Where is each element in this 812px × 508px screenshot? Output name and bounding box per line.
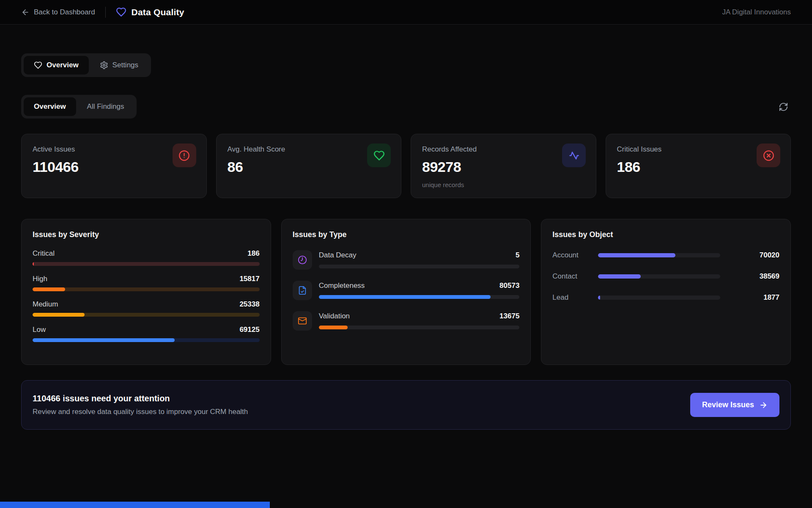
progress-track (598, 253, 720, 257)
main-content: Overview Settings Overview All Findings (0, 53, 812, 430)
tab-all-findings[interactable]: All Findings (77, 97, 134, 116)
tab-label: Settings (112, 61, 138, 69)
severity-row-low: Low 69125 (33, 326, 260, 342)
row-value: 1877 (739, 293, 779, 302)
review-issues-button[interactable]: Review Issues (690, 393, 779, 417)
back-to-dashboard-button[interactable]: Back to Dashboard (21, 8, 95, 17)
panel-title: Issues by Object (552, 230, 779, 239)
arrow-right-icon (759, 401, 768, 409)
progress-track (319, 295, 520, 299)
activity-icon (562, 144, 586, 167)
panel-issues-by-severity: Issues by Severity Critical 186 High 158… (21, 219, 271, 365)
row-value: 5 (516, 251, 519, 260)
panel-issues-by-type: Issues by Type Data Decay 5 (281, 219, 531, 365)
type-row-completeness: Completeness 80573 (293, 281, 520, 300)
banner-text: 110466 issues need your attention Review… (33, 394, 248, 416)
row-label: Contact (552, 272, 598, 281)
stat-card-health-score: Avg. Health Score 86 (216, 134, 402, 198)
tab-settings[interactable]: Settings (90, 56, 148, 75)
refresh-icon (779, 102, 788, 112)
bottom-screen-strip (0, 502, 270, 508)
page-title-wrap: Data Quality (116, 7, 184, 17)
progress-fill (598, 253, 675, 257)
progress-track (33, 287, 260, 291)
file-check-icon (293, 281, 312, 300)
row-label: Completeness (319, 282, 365, 290)
row-value: 38569 (739, 272, 779, 281)
divider (105, 7, 106, 18)
progress-track (319, 265, 520, 268)
progress-track (33, 313, 260, 317)
row-value: 69125 (239, 326, 259, 334)
progress-track (598, 295, 720, 300)
stat-label: Active Issues (33, 145, 195, 154)
panel-title: Issues by Type (293, 230, 520, 239)
severity-row-high: High 15817 (33, 275, 260, 291)
type-row-data-decay: Data Decay 5 (293, 250, 520, 270)
progress-track (33, 262, 260, 266)
stat-label: Avg. Health Score (228, 145, 390, 154)
tab-label: Overview (34, 102, 66, 111)
gear-icon (100, 61, 108, 69)
row-value: 13675 (499, 312, 519, 320)
row-value: 15817 (239, 275, 259, 283)
attention-banner: 110466 issues need your attention Review… (21, 380, 791, 430)
arrow-left-icon (21, 8, 30, 17)
progress-fill (319, 295, 491, 299)
mail-icon (293, 311, 312, 331)
stat-label: Critical Issues (617, 145, 780, 154)
progress-fill (33, 287, 65, 291)
progress-fill (598, 274, 641, 279)
row-label: High (33, 275, 47, 283)
stat-value: 110466 (33, 159, 195, 175)
stat-label: Records Affected (422, 145, 585, 154)
stat-card-active-issues: Active Issues 110466 (21, 134, 207, 198)
heart-icon (367, 144, 391, 167)
heart-icon (34, 61, 42, 69)
progress-fill (598, 295, 600, 300)
object-rows: Account 70020 Contact 385 (552, 251, 779, 302)
tab-overview[interactable]: Overview (24, 56, 89, 75)
back-label: Back to Dashboard (34, 8, 95, 17)
severity-row-critical: Critical 186 (33, 249, 260, 266)
row-value: 80573 (499, 282, 519, 290)
clock-icon (293, 250, 312, 270)
topbar-left: Back to Dashboard Data Quality (21, 7, 184, 18)
secondary-tab-group: Overview All Findings (21, 95, 137, 119)
refresh-button[interactable] (776, 99, 791, 114)
type-row-validation: Validation 13675 (293, 311, 520, 331)
page-title: Data Quality (132, 7, 184, 17)
secondary-tabs-row: Overview All Findings (21, 95, 791, 119)
tab-label: Overview (47, 61, 79, 69)
button-label: Review Issues (702, 400, 754, 409)
row-value: 186 (247, 249, 259, 258)
stat-value: 86 (228, 159, 390, 175)
row-value: 25338 (239, 300, 259, 309)
progress-track (319, 326, 520, 329)
severity-row-medium: Medium 25338 (33, 300, 260, 317)
object-row-contact: Contact 38569 (552, 272, 779, 281)
row-value: 70020 (739, 251, 779, 260)
object-row-lead: Lead 1877 (552, 293, 779, 302)
stat-cards-row: Active Issues 110466 Avg. Health Score 8… (21, 134, 791, 198)
progress-fill (33, 338, 175, 342)
banner-title: 110466 issues need your attention (33, 394, 248, 403)
panel-issues-by-object: Issues by Object Account 70020 Contact (541, 219, 791, 365)
tab-label: All Findings (87, 102, 124, 111)
topbar: Back to Dashboard Data Quality JA Digita… (0, 0, 812, 25)
progress-track (33, 338, 260, 342)
type-rows: Data Decay 5 Completeness (293, 250, 520, 331)
stat-card-critical-issues: Critical Issues 186 (606, 134, 791, 198)
tab-overview-sub[interactable]: Overview (24, 97, 76, 116)
row-label: Data Decay (319, 251, 357, 260)
progress-fill (33, 313, 85, 317)
banner-subtitle: Review and resolve data quality issues t… (33, 408, 248, 416)
stat-card-records-affected: Records Affected 89278 unique records (411, 134, 596, 198)
alert-circle-icon (173, 144, 196, 167)
primary-tab-group: Overview Settings (21, 53, 151, 77)
progress-track (598, 274, 720, 279)
stat-subtext: unique records (422, 181, 585, 188)
severity-rows: Critical 186 High 15817 (33, 249, 260, 342)
progress-fill (319, 326, 348, 329)
row-label: Validation (319, 312, 350, 320)
